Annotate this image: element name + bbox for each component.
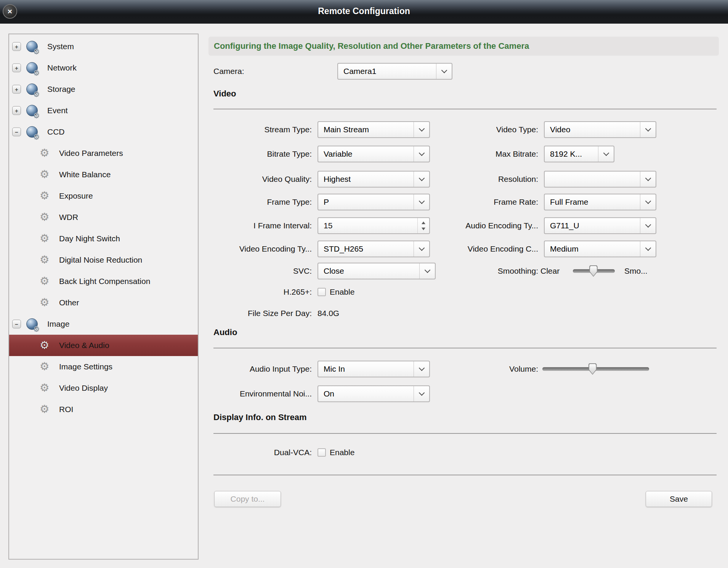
audio-encoding-type-label: Audio Encoding Ty... bbox=[362, 217, 538, 234]
save-button[interactable]: Save bbox=[646, 491, 712, 507]
settings-gear-icon: ⚙ bbox=[40, 297, 49, 308]
bitrate-type-value: Variable bbox=[324, 146, 353, 162]
settings-gear-icon: ⚙ bbox=[40, 233, 49, 244]
chevron-down-icon bbox=[640, 122, 656, 137]
sidebar-item-label: Video Display bbox=[59, 383, 108, 393]
page-description-banner: Configuring the Image Quality, Resolutio… bbox=[208, 37, 719, 56]
chevron-down-icon bbox=[414, 386, 429, 401]
sidebar-item-day-night-switch[interactable]: ⚙Day Night Switch bbox=[9, 228, 198, 249]
camera-select[interactable]: Camera1 bbox=[337, 63, 452, 80]
settings-gear-icon: ⚙ bbox=[40, 191, 49, 201]
settings-gear-icon: ⚙ bbox=[40, 169, 49, 180]
slider-thumb[interactable] bbox=[588, 363, 597, 375]
dual-vca-enable-checkbox[interactable] bbox=[317, 448, 326, 457]
volume-slider[interactable] bbox=[542, 361, 649, 377]
video-encoding-complexity-value: Medium bbox=[550, 241, 579, 257]
sidebar-item-back-light-compensation[interactable]: ⚙Back Light Compensation bbox=[9, 271, 198, 292]
settings-gear-icon: ⚙ bbox=[40, 404, 49, 415]
sidebar-item-label: White Balance bbox=[59, 170, 111, 179]
dual-vca-label: Dual-VCA: bbox=[199, 444, 312, 461]
resolution-select[interactable] bbox=[544, 171, 656, 188]
video-type-value: Video bbox=[550, 122, 570, 137]
environmental-noise-select[interactable]: On bbox=[317, 385, 430, 402]
video-encoding-complexity-label: Video Encoding C... bbox=[362, 241, 538, 257]
video-quality-value: Highest bbox=[324, 172, 351, 187]
expand-plus-icon[interactable]: + bbox=[12, 106, 21, 115]
sidebar-item-image[interactable]: −⚙Image bbox=[9, 313, 198, 335]
sidebar-item-label: Image bbox=[47, 319, 69, 329]
sidebar-item-label: Day Night Switch bbox=[59, 234, 120, 243]
sidebar-item-event[interactable]: +⚙Event bbox=[9, 100, 198, 121]
chevron-down-icon bbox=[436, 64, 452, 79]
expand-plus-icon[interactable]: + bbox=[12, 42, 21, 51]
video-type-label: Video Type: bbox=[362, 121, 538, 138]
category-globe-icon: ⚙ bbox=[26, 41, 38, 52]
sidebar-item-wdr[interactable]: ⚙WDR bbox=[9, 207, 198, 228]
sidebar-item-video-audio[interactable]: ⚙Video & Audio bbox=[9, 335, 198, 356]
audio-input-type-label: Audio Input Type: bbox=[199, 361, 312, 377]
globe-gear-overlay-icon: ⚙ bbox=[33, 112, 40, 119]
sidebar-item-network[interactable]: +⚙Network bbox=[9, 57, 198, 79]
expand-plus-icon[interactable]: + bbox=[12, 64, 21, 72]
sidebar-item-video-parameters[interactable]: ⚙Video Parameters bbox=[9, 143, 198, 164]
i-frame-interval-value: 15 bbox=[324, 218, 332, 233]
sidebar-item-exposure[interactable]: ⚙Exposure bbox=[9, 185, 198, 207]
volume-label: Volume: bbox=[362, 361, 538, 377]
sidebar-item-roi[interactable]: ⚙ROI bbox=[9, 399, 198, 420]
category-globe-icon: ⚙ bbox=[26, 105, 38, 116]
sidebar-item-label: WDR bbox=[59, 213, 78, 222]
camera-label: Camera: bbox=[213, 63, 244, 80]
expand-plus-icon[interactable]: + bbox=[12, 85, 21, 94]
sidebar-item-label: System bbox=[47, 42, 74, 51]
settings-gear-icon: ⚙ bbox=[40, 383, 49, 393]
sidebar-tree: +⚙System+⚙Network+⚙Storage+⚙Event−⚙CCD⚙V… bbox=[8, 34, 199, 560]
sidebar-item-label: Exposure bbox=[59, 191, 93, 201]
frame-type-label: Frame Type: bbox=[199, 194, 312, 210]
settings-gear-icon: ⚙ bbox=[40, 340, 49, 351]
sidebar-item-digital-noise-reduction[interactable]: ⚙Digital Noise Reduction bbox=[9, 249, 198, 271]
sidebar-item-label: Other bbox=[59, 298, 79, 307]
sidebar-item-image-settings[interactable]: ⚙Image Settings bbox=[9, 356, 198, 377]
frame-rate-label: Frame Rate: bbox=[362, 194, 538, 210]
video-type-select[interactable]: Video bbox=[544, 121, 656, 138]
audio-encoding-type-select[interactable]: G711_U bbox=[544, 217, 656, 234]
sidebar-item-other[interactable]: ⚙Other bbox=[9, 292, 198, 313]
sidebar-item-label: Network bbox=[47, 63, 77, 72]
sidebar-item-video-display[interactable]: ⚙Video Display bbox=[9, 377, 198, 399]
chevron-down-icon bbox=[640, 194, 656, 210]
section-divider bbox=[213, 109, 717, 109]
sidebar-item-system[interactable]: +⚙System bbox=[9, 36, 198, 57]
bitrate-type-label: Bitrate Type: bbox=[199, 146, 312, 162]
display-info-section-heading: Display Info. on Stream bbox=[213, 412, 307, 423]
slider-thumb[interactable] bbox=[589, 265, 598, 277]
category-globe-icon: ⚙ bbox=[26, 318, 38, 330]
sidebar-item-storage[interactable]: +⚙Storage bbox=[9, 79, 198, 100]
frame-rate-select[interactable]: Full Frame bbox=[544, 194, 656, 210]
sidebar-item-label: Digital Noise Reduction bbox=[59, 255, 142, 265]
sidebar-item-white-balance[interactable]: ⚙White Balance bbox=[9, 164, 198, 185]
sidebar-item-label: ROI bbox=[59, 405, 73, 414]
video-encoding-complexity-select[interactable]: Medium bbox=[544, 241, 656, 257]
collapse-minus-icon[interactable]: − bbox=[12, 320, 21, 329]
globe-gear-overlay-icon: ⚙ bbox=[33, 48, 40, 55]
file-size-per-day-value: 84.0G bbox=[317, 305, 339, 322]
smoothing-slider[interactable] bbox=[573, 263, 615, 279]
settings-gear-icon: ⚙ bbox=[40, 361, 49, 372]
sidebar-item-ccd[interactable]: −⚙CCD bbox=[9, 121, 198, 143]
camera-select-value: Camera1 bbox=[343, 64, 376, 79]
copy-to-button[interactable]: Copy to... bbox=[214, 491, 281, 507]
globe-gear-overlay-icon: ⚙ bbox=[33, 133, 40, 140]
remote-configuration-window: × Remote Configuration +⚙System+⚙Network… bbox=[0, 0, 728, 568]
collapse-minus-icon[interactable]: − bbox=[12, 128, 21, 136]
window-title: Remote Configuration bbox=[0, 0, 728, 24]
sidebar-item-label: Video & Audio bbox=[59, 341, 109, 350]
i-frame-interval-label: I Frame Interval: bbox=[199, 217, 312, 234]
h265-plus-label: H.265+: bbox=[199, 284, 312, 300]
video-section-heading: Video bbox=[213, 88, 236, 99]
frame-type-value: P bbox=[324, 194, 329, 210]
max-bitrate-label: Max Bitrate: bbox=[362, 146, 538, 162]
svc-value: Close bbox=[324, 263, 344, 279]
max-bitrate-select[interactable]: 8192 K... bbox=[544, 146, 614, 162]
environmental-noise-label: Environmental Noi... bbox=[199, 385, 312, 402]
h265-plus-enable-checkbox[interactable] bbox=[317, 288, 326, 296]
